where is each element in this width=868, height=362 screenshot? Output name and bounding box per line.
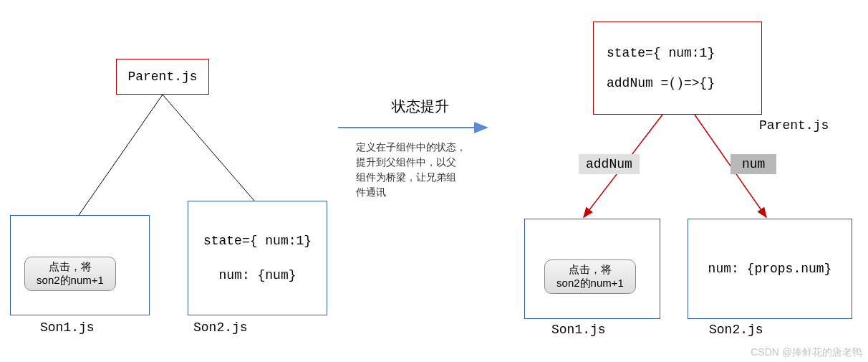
right-tag-num: num (730, 154, 776, 174)
right-son1-label: Son1.js (551, 323, 606, 337)
left-son2-box: state={ num:1} num: {num} (188, 201, 327, 315)
right-son1-btn-line2: son2的num+1 (556, 277, 624, 290)
right-tag-addnum: addNum (579, 154, 640, 174)
right-son2-line1: num: {props.num} (708, 262, 832, 276)
right-parent-box: state={ num:1} addNum =()=>{} (593, 22, 762, 115)
desc-l2: 提升到父组件中，以父 (356, 155, 466, 170)
left-son1-btn-line2: son2的num+1 (37, 274, 104, 287)
left-son2-label: Son2.js (193, 320, 248, 335)
desc-l4: 件通讯 (356, 185, 466, 200)
right-son2-box: num: {props.num} (688, 219, 852, 319)
right-son1-button[interactable]: 点击，将 son2的num+1 (544, 259, 636, 294)
left-son1-label: Son1.js (40, 320, 95, 335)
right-parent-line2: addNum =()=>{} (607, 76, 715, 90)
center-description: 定义在子组件中的状态， 提升到父组件中，以父 组件为桥梁，让兄弟组 件通讯 (356, 140, 466, 200)
center-arrow (337, 120, 494, 135)
left-son1-btn-line1: 点击，将 (49, 260, 92, 274)
left-son2-line2: num: {num} (218, 268, 296, 282)
desc-l1: 定义在子组件中的状态， (356, 140, 466, 155)
left-parent-box: Parent.js (116, 59, 209, 95)
left-son1-button[interactable]: 点击，将 son2的num+1 (24, 257, 116, 291)
left-parent-label: Parent.js (127, 70, 197, 84)
svg-line-1 (163, 95, 254, 201)
right-parent-label: Parent.js (759, 118, 829, 133)
left-tree-lines (0, 0, 358, 229)
center-title: 状态提升 (392, 97, 449, 116)
right-parent-line1: state={ num:1} (607, 46, 715, 60)
left-son2-line1: state={ num:1} (203, 234, 312, 248)
watermark: CSDN @捧鲜花的唐老鸭 (751, 346, 862, 359)
desc-l3: 组件为桥梁，让兄弟组 (356, 170, 466, 185)
svg-line-0 (79, 95, 163, 215)
right-son1-btn-line1: 点击，将 (569, 263, 612, 277)
right-son2-label: Son2.js (709, 323, 763, 337)
